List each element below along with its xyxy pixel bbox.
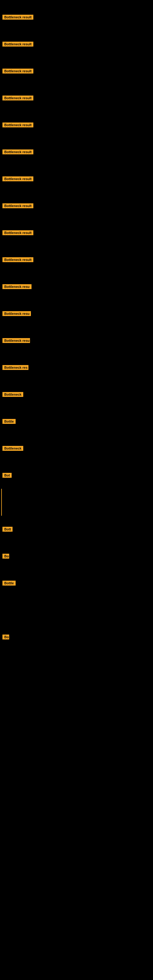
bottleneck-row-20: Bott (0, 516, 153, 542)
bottleneck-badge-21: Bo (2, 554, 9, 558)
bottleneck-badge-22: Bottle (2, 581, 16, 585)
bottleneck-row-24: Bo (0, 624, 153, 651)
bottleneck-row-17: Bottleneck (0, 435, 153, 462)
bottleneck-badge-24: Bo (2, 635, 9, 640)
bottleneck-row-10: Bottleneck result (0, 246, 153, 273)
bottleneck-badge-3: Bottleneck result (2, 68, 33, 73)
bottleneck-row-21: Bo (0, 542, 153, 570)
bottleneck-badge-15: Bottleneck (2, 392, 23, 397)
bottleneck-badge-17: Bottleneck (2, 446, 23, 451)
bottleneck-row-14: Bottleneck res (0, 354, 153, 381)
bottleneck-row-7: Bottleneck result (0, 165, 153, 192)
bottleneck-row-1: Bottleneck result (0, 4, 153, 30)
bottleneck-row-8: Bottleneck result (0, 192, 153, 219)
bottleneck-row-5: Bottleneck result (0, 111, 153, 138)
bottleneck-row-15: Bottleneck (0, 381, 153, 408)
bottleneck-row-6: Bottleneck result (0, 138, 153, 165)
bottleneck-row-22: Bottle (0, 570, 153, 597)
vertical-line-19 (1, 489, 2, 516)
bottleneck-badge-6: Bottleneck result (2, 150, 33, 154)
bottleneck-badge-1: Bottleneck result (2, 15, 33, 20)
rows-container: Bottleneck resultBottleneck resultBottle… (0, 4, 153, 651)
bottleneck-row-11: Bottleneck resu (0, 273, 153, 300)
bottleneck-row-3: Bottleneck result (0, 57, 153, 84)
bottleneck-badge-2: Bottleneck result (2, 41, 33, 46)
bottleneck-row-2: Bottleneck result (0, 30, 153, 57)
bottleneck-badge-16: Bottle (2, 419, 16, 424)
bottleneck-badge-14: Bottleneck res (2, 365, 29, 370)
page-container: Bottleneck resultBottleneck resultBottle… (0, 0, 153, 980)
bottleneck-row-9: Bottleneck result (0, 219, 153, 246)
bottleneck-row-4: Bottleneck result (0, 84, 153, 111)
bottleneck-row-23 (0, 597, 153, 624)
bottleneck-badge-11: Bottleneck resu (2, 284, 32, 289)
bottleneck-badge-13: Bottleneck resu (2, 338, 30, 343)
bottleneck-badge-12: Bottleneck resu (2, 311, 31, 316)
bottleneck-badge-4: Bottleneck result (2, 95, 33, 100)
bottleneck-badge-20: Bott (2, 527, 13, 531)
bottleneck-row-19 (0, 489, 153, 516)
bottleneck-badge-8: Bottleneck result (2, 204, 33, 208)
bottleneck-row-12: Bottleneck resu (0, 300, 153, 327)
bottleneck-badge-18: Bot (2, 473, 12, 478)
bottleneck-row-18: Bot (0, 462, 153, 489)
bottleneck-badge-9: Bottleneck result (2, 230, 33, 235)
site-title (0, 0, 153, 4)
bottleneck-badge-7: Bottleneck result (2, 177, 33, 181)
bottleneck-badge-5: Bottleneck result (2, 123, 33, 127)
bottleneck-row-16: Bottle (0, 408, 153, 435)
bottleneck-row-13: Bottleneck resu (0, 327, 153, 354)
bottleneck-badge-10: Bottleneck result (2, 257, 33, 262)
